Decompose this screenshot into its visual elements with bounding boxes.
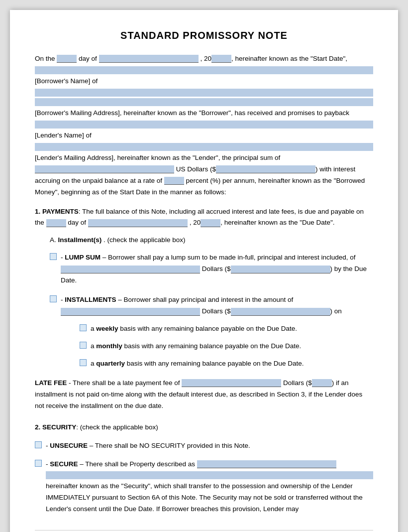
monthly-desc: basis with any remaining balance payable… <box>124 342 302 350</box>
installments-checkbox[interactable] <box>50 295 57 302</box>
section-2-header: 2. SECURITY: (check the applicable box) <box>35 422 373 433</box>
installments-row: - INSTALLMENTS – Borrower shall pay prin… <box>50 294 373 317</box>
dollars-field[interactable] <box>216 165 315 173</box>
quarterly-row: a quarterly basis with any remaining bal… <box>80 358 373 370</box>
unsecure-desc: – There shall be NO SECURITY provided in… <box>90 442 250 449</box>
sub-a-header: A. Installment(s) . (check the applicabl… <box>50 235 373 246</box>
unsecure-checkbox[interactable] <box>35 441 42 448</box>
late-fee-title: LATE FEE <box>35 379 67 387</box>
monthly-label: monthly <box>96 342 122 350</box>
late-fee-text: - There shall be a late payment fee of <box>69 379 180 387</box>
document-page: STANDARD PROMISSORY NOTE On the day of ,… <box>10 10 398 532</box>
lender-name-field[interactable] <box>35 121 373 129</box>
weekly-desc: basis with any remaining balance payable… <box>120 325 297 332</box>
weekly-row: a weekly basis with any remaining balanc… <box>80 323 373 335</box>
installments-desc: – Borrower shall pay principal and inter… <box>118 296 293 303</box>
section-2-number: 2. <box>35 423 40 431</box>
lump-sum-dollars: Dollars ($ <box>202 265 231 272</box>
lender-mailing-label: [Lender's Mailing Address], hereinafter … <box>35 154 280 161</box>
section-2-title: SECURITY <box>42 423 76 431</box>
monthly-checkbox[interactable] <box>80 342 87 349</box>
unsecure-row: - UNSECURE – There shall be NO SECURITY … <box>35 440 373 452</box>
day-field[interactable] <box>57 55 77 63</box>
secure-checkbox[interactable] <box>35 460 42 467</box>
late-fee-amount-field[interactable] <box>182 379 281 387</box>
lender-name-label: [Lender's Name] of <box>35 132 92 139</box>
monthly-prefix: a <box>91 342 95 350</box>
section-1-header: 1. PAYMENTS: The full balance of this No… <box>35 206 373 229</box>
security-label: hereinafter known as the "Security", whi… <box>46 482 363 513</box>
installments-amount-field[interactable] <box>61 308 200 316</box>
section-1-title: PAYMENTS <box>42 208 79 215</box>
late-fee-dollars-field[interactable] <box>312 379 332 387</box>
intro-year-prefix: , 20 <box>200 55 211 62</box>
weekly-prefix: a <box>91 325 95 332</box>
borrower-mailing-label: [Borrower's Mailing Address], hereinafte… <box>35 109 349 117</box>
borrower-name-field[interactable] <box>35 66 373 74</box>
unsecure-label: UNSECURE <box>50 442 88 449</box>
secure-row: - SECURE – There shall be Property descr… <box>35 459 373 516</box>
sub-section-a: A. Installment(s) . (check the applicabl… <box>50 235 373 369</box>
section-2-text: : (check the applicable box) <box>76 423 158 431</box>
borrower-address-field-1[interactable] <box>35 89 373 97</box>
borrower-name-label: [Borrower's Name] of <box>35 77 98 85</box>
sub-a-title: Installment(s) <box>58 236 102 244</box>
us-dollars-label: US Dollars ($ <box>176 165 216 173</box>
weekly-checkbox[interactable] <box>80 324 87 331</box>
installments-label: INSTALLMENTS <box>65 296 116 303</box>
security-property-field-1[interactable] <box>197 460 336 468</box>
quarterly-text: a quarterly basis with any remaining bal… <box>91 358 373 370</box>
secure-text-before: – There shall be Property described as <box>80 460 195 468</box>
lender-address-field[interactable] <box>35 143 373 151</box>
intro-paragraph: On the day of , 20, hereinafter known as… <box>35 53 373 198</box>
quarterly-label: quarterly <box>96 360 125 367</box>
installments-dollars-field[interactable] <box>231 308 330 316</box>
secure-text: - SECURE – There shall be Property descr… <box>46 459 373 516</box>
quarterly-prefix: a <box>91 360 95 367</box>
rate-field[interactable] <box>164 177 184 185</box>
weekly-label: weekly <box>96 325 118 332</box>
borrower-address-field-2[interactable] <box>35 98 373 106</box>
monthly-text: a monthly basis with any remaining balan… <box>91 341 373 352</box>
frequency-options: a weekly basis with any remaining balanc… <box>80 323 373 370</box>
quarterly-desc: basis with any remaining balance payable… <box>127 360 304 367</box>
section-1-year-prefix: , 20 <box>190 219 201 226</box>
section-1: 1. PAYMENTS: The full balance of this No… <box>35 206 373 412</box>
lump-sum-desc: – Borrower shall pay a lump sum to be ma… <box>102 254 356 261</box>
late-fee-dollars: Dollars ($ <box>283 379 312 387</box>
monthly-row: a monthly basis with any remaining balan… <box>80 341 373 352</box>
installments-text: - INSTALLMENTS – Borrower shall pay prin… <box>61 294 373 317</box>
intro-hereinafter-start: , hereinafter known as the "Start Date", <box>231 55 347 62</box>
year-field[interactable] <box>211 55 231 63</box>
late-fee-section: LATE FEE - There shall be a late payment… <box>35 378 373 412</box>
due-year-field[interactable] <box>201 219 220 227</box>
principal-amount-field[interactable] <box>35 165 174 173</box>
security-property-field-2[interactable] <box>46 471 373 479</box>
document-title: STANDARD PROMISSORY NOTE <box>35 30 373 41</box>
footer: © 2016 PromissoryNotes.org All Rights Re… <box>35 530 373 532</box>
lump-sum-amount-field[interactable] <box>61 266 200 273</box>
sub-a-text: . (check the applicable box) <box>103 236 185 244</box>
sub-a-label: A. <box>50 236 56 244</box>
section-2: 2. SECURITY: (check the applicable box) … <box>35 422 373 516</box>
section-1-day-text: day of <box>68 219 86 226</box>
intro-on-the: On the <box>35 55 55 62</box>
quarterly-checkbox[interactable] <box>80 359 87 366</box>
secure-label: SECURE <box>50 460 78 468</box>
date-field[interactable] <box>99 55 199 63</box>
lump-sum-text: - LUMP SUM – Borrower shall pay a lump s… <box>61 252 373 286</box>
lump-sum-checkbox[interactable] <box>50 253 57 260</box>
due-date-field[interactable] <box>88 219 188 227</box>
due-day-field[interactable] <box>46 219 66 227</box>
weekly-text: a weekly basis with any remaining balanc… <box>91 323 373 335</box>
lump-sum-row: - LUMP SUM – Borrower shall pay a lump s… <box>50 252 373 286</box>
lump-sum-dollars-field[interactable] <box>231 266 330 273</box>
installments-dollars: Dollars ($ <box>202 307 231 315</box>
section-1-hereinafter: , hereinafter known as the "Due Date". <box>220 219 334 226</box>
unsecure-text: - UNSECURE – There shall be NO SECURITY … <box>46 440 373 452</box>
intro-day-of: day of <box>79 55 97 62</box>
lump-sum-label: LUMP SUM <box>65 254 101 261</box>
section-1-number: 1. <box>35 208 40 215</box>
installments-on: ) on <box>330 307 342 315</box>
